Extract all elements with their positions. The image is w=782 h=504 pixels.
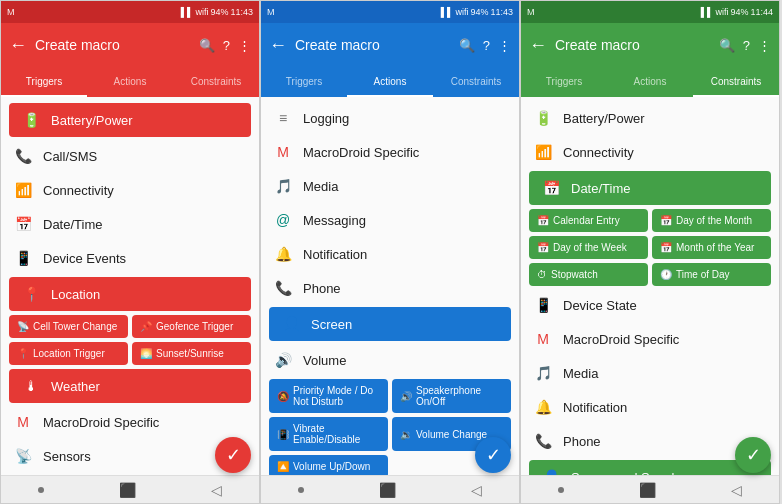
list-item-screenspeaker[interactable]: 👤 Screen and Speaker xyxy=(529,460,771,475)
help-icon-1[interactable]: ? xyxy=(223,38,230,53)
notification-label-3: Notification xyxy=(563,400,627,415)
list-item-datetime-3[interactable]: 📅 Date/Time xyxy=(529,171,771,205)
wifi-3: wifi xyxy=(715,7,728,17)
nav-back-2[interactable]: ◁ xyxy=(471,482,482,498)
tab-actions-2[interactable]: Actions xyxy=(347,67,433,97)
list-item-battery-1[interactable]: 🔋 Battery/Power xyxy=(9,103,251,137)
list-item-connectivity-3[interactable]: 📶 Connectivity xyxy=(521,135,779,169)
header-3: ← Create macro 🔍 ? ⋮ xyxy=(521,23,779,67)
time-of-day-btn[interactable]: 🕐 Time of Day xyxy=(652,263,771,286)
vibrate-icon: 📳 xyxy=(277,429,289,440)
callsms-icon: 📞 xyxy=(13,148,33,164)
screen-label-2: Screen xyxy=(311,317,352,332)
calendar-entry-btn[interactable]: 📅 Calendar Entry xyxy=(529,209,648,232)
status-bar-1: M ▌▌ wifi 94% 11:43 xyxy=(1,1,259,23)
list-item-datetime-1[interactable]: 📅 Date/Time xyxy=(1,207,259,241)
title-2: Create macro xyxy=(295,37,453,53)
list-item-logging[interactable]: ≡ Logging xyxy=(261,101,519,135)
geofence-btn[interactable]: 📌 Geofence Trigger xyxy=(132,315,251,338)
list-item-macrodroid-1[interactable]: Μ MacroDroid Specific xyxy=(1,405,259,439)
nav-back-1[interactable]: ◁ xyxy=(211,482,222,498)
list-item-callsms[interactable]: 📞 Call/SMS xyxy=(1,139,259,173)
list-item-media-3[interactable]: 🎵 Media xyxy=(521,356,779,390)
back-btn-3[interactable]: ← xyxy=(529,35,549,56)
wifi-1: wifi xyxy=(195,7,208,17)
nav-back-3[interactable]: ◁ xyxy=(731,482,742,498)
more-icon-1[interactable]: ⋮ xyxy=(238,38,251,53)
list-item-screen-2[interactable]: 👤 Screen xyxy=(269,307,511,341)
list-item-macrodroid-3[interactable]: Μ MacroDroid Specific xyxy=(521,322,779,356)
list-item-phone-2[interactable]: 📞 Phone xyxy=(261,271,519,305)
phone-label-3: Phone xyxy=(563,434,601,449)
search-icon-1[interactable]: 🔍 xyxy=(199,38,215,53)
stopwatch-icon: ⏱ xyxy=(537,269,547,280)
cell-tower-btn[interactable]: 📡 Cell Tower Change xyxy=(9,315,128,338)
back-btn-2[interactable]: ← xyxy=(269,35,289,56)
macrodroid-label-3: MacroDroid Specific xyxy=(563,332,679,347)
list-item-location[interactable]: 📍 Location xyxy=(9,277,251,311)
list-item-weather[interactable]: 🌡 Weather xyxy=(9,369,251,403)
search-icon-3[interactable]: 🔍 xyxy=(719,38,735,53)
macrodroid-icon-3: Μ xyxy=(533,331,553,347)
list-item-macrodroid-2[interactable]: Μ MacroDroid Specific xyxy=(261,135,519,169)
list-item-connectivity-1[interactable]: 📶 Connectivity xyxy=(1,173,259,207)
datetime-btn-grid1: 📅 Calendar Entry 📅 Day of the Month xyxy=(521,207,779,234)
tab-constraints-1[interactable]: Constraints xyxy=(173,67,259,97)
more-icon-3[interactable]: ⋮ xyxy=(758,38,771,53)
list-item-messaging[interactable]: @ Messaging xyxy=(261,203,519,237)
battery-icon-1: 🔋 xyxy=(21,112,41,128)
nav-home-2 xyxy=(298,487,304,493)
callsms-label: Call/SMS xyxy=(43,149,97,164)
speakerphone-btn[interactable]: 🔊 Speakerphone On/Off xyxy=(392,379,511,413)
cell-tower-icon: 📡 xyxy=(17,321,29,332)
list-item-volume[interactable]: 🔊 Volume xyxy=(261,343,519,377)
nav-recents-3[interactable]: ⬛ xyxy=(639,482,656,498)
tab-constraints-2[interactable]: Constraints xyxy=(433,67,519,97)
volume-updown-btn[interactable]: 🔼 Volume Up/Down xyxy=(269,455,388,475)
list-item-battery-3[interactable]: 🔋 Battery/Power xyxy=(521,101,779,135)
list-item-media-2[interactable]: 🎵 Media xyxy=(261,169,519,203)
tab-triggers-3[interactable]: Triggers xyxy=(521,67,607,97)
fab-check-1[interactable]: ✓ xyxy=(215,437,251,473)
help-icon-3[interactable]: ? xyxy=(743,38,750,53)
volume-updown-icon: 🔼 xyxy=(277,461,289,472)
devicestate-label: Device State xyxy=(563,298,637,313)
back-btn-1[interactable]: ← xyxy=(9,35,29,56)
volume-btn-grid: 🔕 Priority Mode / Do Not Disturb 🔊 Speak… xyxy=(261,377,519,415)
location-trigger-btn[interactable]: 📍 Location Trigger xyxy=(9,342,128,365)
sunset-icon: 🌅 xyxy=(140,348,152,359)
fab-check-2[interactable]: ✓ xyxy=(475,437,511,473)
fab-check-3[interactable]: ✓ xyxy=(735,437,771,473)
list-item-devicestate[interactable]: 📱 Device State xyxy=(521,288,779,322)
nav-bar-2: ⬛ ◁ xyxy=(261,475,519,503)
datetime-icon-3: 📅 xyxy=(541,180,561,196)
vibrate-btn[interactable]: 📳 Vibrate Enable/Disable xyxy=(269,417,388,451)
nav-recents-2[interactable]: ⬛ xyxy=(379,482,396,498)
day-of-week-btn[interactable]: 📅 Day of the Week xyxy=(529,236,648,259)
macrodroid-icon-2: Μ xyxy=(273,144,293,160)
signal-2: ▌▌ xyxy=(441,7,454,17)
tab-triggers-2[interactable]: Triggers xyxy=(261,67,347,97)
sunset-btn[interactable]: 🌅 Sunset/Sunrise xyxy=(132,342,251,365)
help-icon-2[interactable]: ? xyxy=(483,38,490,53)
search-icon-2[interactable]: 🔍 xyxy=(459,38,475,53)
signal-1: ▌▌ xyxy=(181,7,194,17)
day-of-month-btn[interactable]: 📅 Day of the Month xyxy=(652,209,771,232)
month-of-year-icon: 📅 xyxy=(660,242,672,253)
macrodroid-label-1: MacroDroid Specific xyxy=(43,415,159,430)
list-item-notification-2[interactable]: 🔔 Notification xyxy=(261,237,519,271)
connectivity-icon-3: 📶 xyxy=(533,144,553,160)
tab-actions-1[interactable]: Actions xyxy=(87,67,173,97)
tab-actions-3[interactable]: Actions xyxy=(607,67,693,97)
tab-triggers-1[interactable]: Triggers xyxy=(1,67,87,97)
stopwatch-btn[interactable]: ⏱ Stopwatch xyxy=(529,263,648,286)
tab-constraints-3[interactable]: Constraints xyxy=(693,67,779,97)
more-icon-2[interactable]: ⋮ xyxy=(498,38,511,53)
nav-recents-1[interactable]: ⬛ xyxy=(119,482,136,498)
calendar-entry-icon: 📅 xyxy=(537,215,549,226)
month-of-year-btn[interactable]: 📅 Month of the Year xyxy=(652,236,771,259)
list-item-deviceevents[interactable]: 📱 Device Events xyxy=(1,241,259,275)
priority-mode-btn[interactable]: 🔕 Priority Mode / Do Not Disturb xyxy=(269,379,388,413)
header-2: ← Create macro 🔍 ? ⋮ xyxy=(261,23,519,67)
list-item-notification-3[interactable]: 🔔 Notification xyxy=(521,390,779,424)
